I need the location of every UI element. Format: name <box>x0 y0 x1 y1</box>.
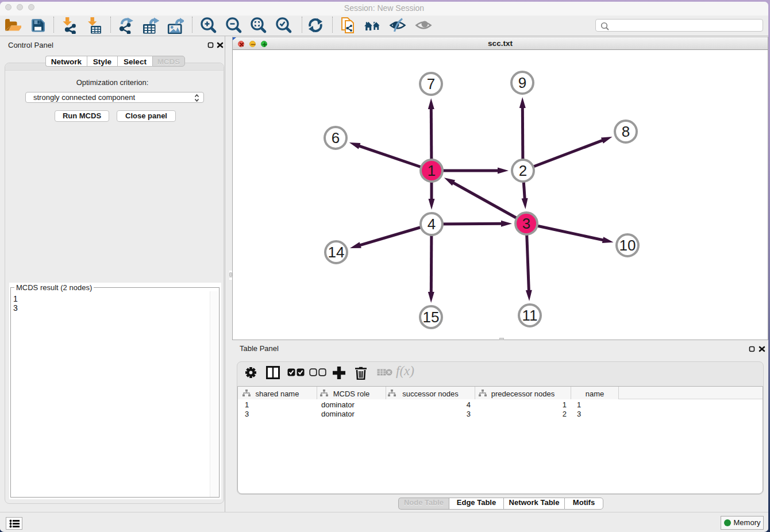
svg-text:10: 10 <box>619 237 636 254</box>
svg-text:8: 8 <box>622 123 630 140</box>
svg-text:7: 7 <box>427 75 435 92</box>
svg-text:15: 15 <box>423 309 440 326</box>
svg-text:14: 14 <box>328 244 345 261</box>
svg-text:1: 1 <box>428 162 436 179</box>
svg-text:4: 4 <box>428 215 436 233</box>
svg-text:6: 6 <box>332 129 340 147</box>
svg-text:3: 3 <box>522 215 530 232</box>
svg-text:11: 11 <box>522 307 538 324</box>
svg-text:9: 9 <box>518 74 526 91</box>
svg-text:2: 2 <box>519 162 527 179</box>
